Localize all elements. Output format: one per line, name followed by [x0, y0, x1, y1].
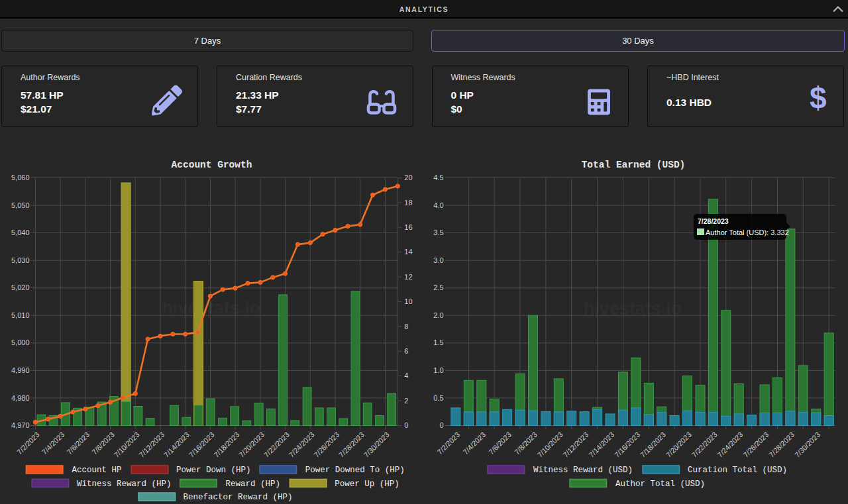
svg-text:20: 20 — [404, 174, 412, 181]
svg-text:7/24/2023: 7/24/2023 — [716, 430, 745, 459]
svg-text:7/20/2023: 7/20/2023 — [237, 430, 266, 459]
svg-text:5,050: 5,050 — [11, 201, 30, 209]
svg-text:7/10/2023: 7/10/2023 — [113, 430, 141, 459]
svg-text:7/16/2023: 7/16/2023 — [187, 430, 216, 459]
svg-text:5,000: 5,000 — [11, 338, 30, 346]
svg-text:3.5: 3.5 — [433, 228, 443, 236]
svg-text:5,040: 5,040 — [11, 228, 30, 236]
svg-text:7/18/2023: 7/18/2023 — [212, 430, 240, 459]
svg-text:7/28/2023: 7/28/2023 — [337, 430, 366, 459]
svg-text:2: 2 — [404, 397, 408, 405]
svg-text:7/6/2023: 7/6/2023 — [487, 430, 513, 456]
svg-text:Account Growth: Account Growth — [172, 160, 252, 170]
svg-text:Power Down (HP): Power Down (HP) — [176, 466, 251, 475]
svg-text:5,020: 5,020 — [11, 283, 30, 291]
svg-text:hivestats.io: hivestats.io — [162, 298, 261, 318]
svg-text:7/26/2023: 7/26/2023 — [741, 430, 770, 459]
svg-text:14: 14 — [404, 248, 412, 256]
svg-text:7/24/2023: 7/24/2023 — [288, 430, 316, 459]
svg-text:7/28/2023: 7/28/2023 — [767, 430, 796, 459]
svg-text:7/30/2023: 7/30/2023 — [362, 430, 391, 459]
svg-text:7/22/2023: 7/22/2023 — [262, 430, 291, 459]
svg-text:7/2/2023: 7/2/2023 — [436, 430, 462, 456]
svg-text:7/12/2023: 7/12/2023 — [137, 430, 166, 459]
svg-text:Author Total (USD): Author Total (USD) — [615, 479, 705, 489]
svg-text:4.0: 4.0 — [433, 201, 443, 209]
svg-text:6: 6 — [404, 347, 408, 355]
svg-text:4.5: 4.5 — [433, 174, 443, 181]
svg-text:0.5: 0.5 — [433, 394, 443, 402]
svg-text:7/26/2023: 7/26/2023 — [312, 430, 341, 459]
svg-text:5,010: 5,010 — [11, 311, 30, 319]
svg-text:7/4/2023: 7/4/2023 — [461, 430, 487, 456]
svg-text:0: 0 — [404, 421, 408, 429]
svg-text:7/18/2023: 7/18/2023 — [639, 430, 667, 459]
svg-text:4,990: 4,990 — [11, 366, 30, 374]
svg-text:7/10/2023: 7/10/2023 — [536, 430, 564, 459]
svg-text:16: 16 — [404, 223, 412, 231]
svg-text:7/4/2023: 7/4/2023 — [40, 430, 66, 456]
svg-text:7/22/2023: 7/22/2023 — [690, 430, 719, 459]
svg-text:4,970: 4,970 — [11, 421, 30, 429]
svg-text:Account HP: Account HP — [72, 466, 122, 475]
svg-text:5,060: 5,060 — [11, 174, 30, 181]
svg-text:7/8/2023: 7/8/2023 — [513, 430, 539, 456]
svg-text:1.5: 1.5 — [433, 338, 443, 346]
svg-text:Total Earned (USD): Total Earned (USD) — [582, 160, 686, 170]
svg-text:Benefactor Reward (HP): Benefactor Reward (HP) — [184, 493, 293, 502]
svg-text:Reward (HP): Reward (HP) — [226, 479, 281, 489]
svg-text:Witness Reward (HP): Witness Reward (HP) — [77, 479, 172, 489]
svg-text:1.0: 1.0 — [433, 366, 443, 374]
svg-text:4: 4 — [404, 372, 408, 379]
svg-text:10: 10 — [404, 297, 412, 305]
svg-text:7/14/2023: 7/14/2023 — [162, 430, 191, 459]
svg-text:2.5: 2.5 — [433, 283, 443, 291]
svg-text:5,030: 5,030 — [11, 256, 30, 264]
svg-text:7/6/2023: 7/6/2023 — [65, 430, 91, 456]
svg-text:Power Downed To (HP): Power Downed To (HP) — [305, 466, 405, 475]
svg-text:12: 12 — [404, 273, 412, 281]
svg-text:0: 0 — [439, 421, 443, 429]
svg-text:8: 8 — [404, 323, 408, 330]
svg-text:hivestats.io: hivestats.io — [584, 299, 682, 319]
svg-text:7/16/2023: 7/16/2023 — [613, 430, 641, 459]
svg-text:7/14/2023: 7/14/2023 — [587, 430, 615, 459]
svg-text:2.0: 2.0 — [433, 311, 443, 319]
svg-text:18: 18 — [404, 199, 412, 207]
svg-text:Curation Total (USD): Curation Total (USD) — [688, 466, 787, 475]
svg-text:7/20/2023: 7/20/2023 — [664, 430, 693, 459]
svg-text:3.0: 3.0 — [433, 256, 443, 264]
svg-text:Witness Reward (USD): Witness Reward (USD) — [533, 466, 633, 475]
svg-text:7/12/2023: 7/12/2023 — [561, 430, 590, 459]
svg-text:7/8/2023: 7/8/2023 — [90, 430, 116, 456]
svg-text:7/30/2023: 7/30/2023 — [793, 430, 822, 459]
svg-text:7/2/2023: 7/2/2023 — [15, 430, 41, 456]
svg-text:Power Up (HP): Power Up (HP) — [335, 479, 399, 489]
svg-text:4,980: 4,980 — [11, 394, 30, 402]
